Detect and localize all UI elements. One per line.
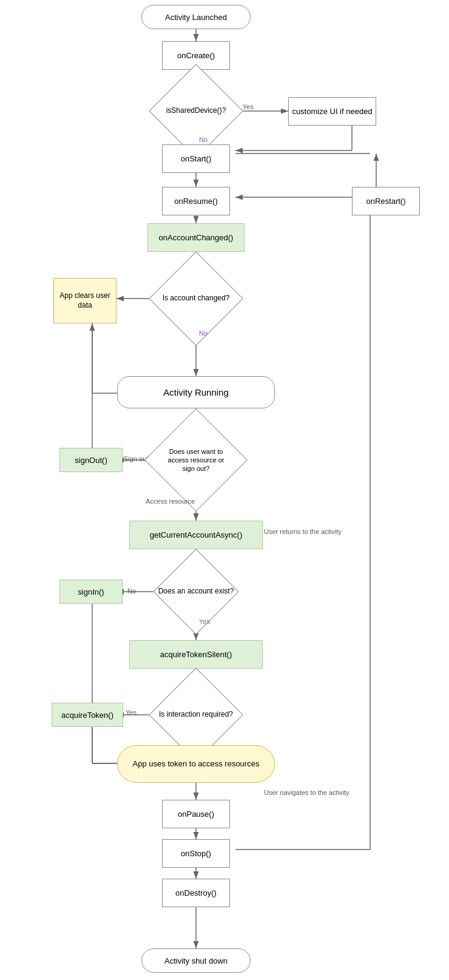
does-user-want-label: Does user want to access resource or sig… — [163, 447, 229, 473]
acquire-token-silent-label: acquireTokenSilent() — [160, 650, 232, 659]
on-account-changed-label: onAccountChanged() — [159, 233, 234, 242]
on-resume-label: onResume() — [174, 197, 218, 206]
on-stop-label: onStop() — [181, 849, 211, 858]
on-restart-label: onRestart() — [366, 197, 405, 206]
on-restart-node: onRestart() — [352, 187, 420, 215]
app-uses-token-node: App uses token to access resources — [117, 745, 275, 783]
no-label-shared-device: No — [199, 136, 208, 143]
activity-shut-down-label: Activity shut down — [164, 956, 228, 965]
app-clears-user-data-node: App clears user data — [53, 278, 116, 323]
activity-launched-label: Activity Launched — [165, 13, 227, 22]
sign-out-node: signOut() — [59, 448, 123, 472]
get-current-account-label: getCurrentAccountAsync() — [150, 530, 242, 539]
sign-in-label: signIn() — [78, 587, 104, 596]
is-account-changed-label: Is account changed? — [163, 294, 230, 303]
activity-running-label: Activity Running — [163, 387, 229, 397]
on-destroy-node: onDestroy() — [162, 879, 230, 907]
app-clears-label: App clears user data — [54, 291, 116, 310]
on-destroy-label: onDestroy() — [175, 888, 217, 897]
yes-label-shared-device: Yes — [243, 103, 254, 110]
is-shared-device-label: isSharedDevice()? — [166, 106, 226, 116]
acquire-token-node: acquireToken() — [52, 703, 123, 727]
on-create-label: onCreate() — [177, 51, 215, 60]
user-navigates-label: User navigates to the activity — [264, 789, 349, 796]
is-shared-device-diamond: isSharedDevice()? — [129, 84, 263, 138]
flowchart-diagram: Activity Launched onCreate() isSharedDev… — [0, 0, 449, 980]
is-interaction-required-diamond: Is interaction required? — [129, 681, 263, 748]
does-account-exist-diamond: Does an account exist? — [129, 563, 263, 620]
no-label-account-exist: No — [127, 587, 136, 595]
on-start-node: onStart() — [162, 144, 230, 173]
on-account-changed-node: onAccountChanged() — [147, 223, 245, 252]
yes-label-interaction: Yes — [126, 709, 137, 716]
is-interaction-required-label: Is interaction required? — [159, 710, 233, 720]
sign-in-node: signIn() — [59, 580, 123, 604]
app-uses-token-label: App uses token to access resources — [133, 759, 260, 769]
is-account-changed-diamond: Is account changed? — [129, 264, 263, 333]
yes-label-account-exist: Yes — [199, 618, 210, 625]
on-pause-node: onPause() — [162, 800, 230, 828]
acquire-token-silent-node: acquireTokenSilent() — [129, 640, 263, 669]
on-resume-node: onResume() — [162, 187, 230, 215]
activity-running-node: Activity Running — [117, 376, 275, 408]
user-returns-label: User returns to the activity — [264, 528, 342, 535]
does-account-exist-label: Does an account exist? — [158, 587, 234, 596]
on-pause-label: onPause() — [178, 809, 214, 819]
sign-out-label: signOut() — [75, 456, 107, 465]
access-resource-label: Access resource — [146, 498, 195, 505]
customize-ui-node: customize UI if needed — [288, 97, 376, 126]
on-start-label: onStart() — [181, 154, 212, 163]
activity-shut-down-node: Activity shut down — [141, 948, 251, 973]
customize-ui-label: customize UI if needed — [292, 107, 372, 116]
acquire-token-label: acquireToken() — [61, 711, 113, 720]
activity-launched-node: Activity Launched — [141, 5, 251, 29]
no-label-account: No — [199, 329, 208, 337]
on-stop-node: onStop() — [162, 839, 230, 868]
get-current-account-node: getCurrentAccountAsync() — [129, 521, 263, 549]
does-user-want-diamond: Does user want to access resource or sig… — [117, 427, 275, 493]
